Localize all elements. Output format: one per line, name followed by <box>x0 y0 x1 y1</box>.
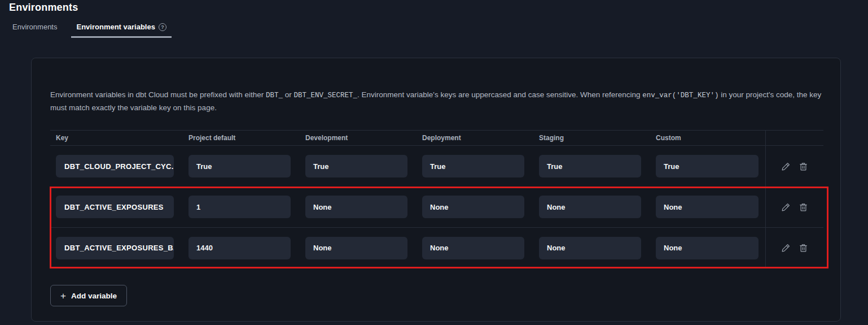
add-variable-button[interactable]: + Add variable <box>50 285 127 306</box>
env-var-value-project-default: 1 <box>188 196 291 218</box>
column-header-development: Development <box>305 134 422 142</box>
env-var-value-deployment: True <box>422 155 524 177</box>
table-row: DBT_CLOUD_PROJECT_CYC... True True True … <box>50 146 823 187</box>
edit-icon[interactable] <box>781 161 791 171</box>
edit-icon[interactable] <box>781 202 791 212</box>
description-text: Environment variables in dbt Cloud must … <box>50 89 822 114</box>
table-row: DBT_ACTIVE_EXPOSURES_B... 1440 None None… <box>50 227 823 268</box>
table-row: DBT_ACTIVE_EXPOSURES 1 None None None No… <box>50 187 823 227</box>
env-var-key: DBT_ACTIVE_EXPOSURES_B... <box>56 237 174 259</box>
description-part: Environment variables in dbt Cloud must … <box>50 90 266 99</box>
highlighted-rows-group: DBT_ACTIVE_EXPOSURES 1 None None None No… <box>50 187 823 268</box>
column-header-custom: Custom <box>656 134 765 142</box>
env-var-value-development: None <box>305 237 407 259</box>
inline-code-dbt-env-secret-prefix: DBT_ENV_SECRET_ <box>293 92 357 99</box>
env-var-value-deployment: None <box>422 196 524 218</box>
tab-environments-label: Environments <box>12 23 57 31</box>
edit-icon[interactable] <box>781 243 791 253</box>
environment-variables-card: Environment variables in dbt Cloud must … <box>31 58 841 322</box>
page-header: Environments <box>0 0 868 14</box>
env-var-value-custom: None <box>656 237 759 259</box>
delete-icon[interactable] <box>799 243 809 253</box>
env-var-value-deployment: None <box>422 237 524 259</box>
env-var-value-staging: True <box>539 155 641 177</box>
inline-code-dbt-prefix: DBT_ <box>266 92 283 99</box>
add-variable-label: Add variable <box>71 292 117 300</box>
env-var-value-staging: None <box>539 196 641 218</box>
tab-environment-variables-label: Environment variables <box>76 23 155 31</box>
env-var-value-custom: None <box>656 196 759 218</box>
column-header-key: Key <box>56 134 188 142</box>
page-title: Environments <box>9 2 859 14</box>
env-var-value-staging: None <box>539 237 641 259</box>
delete-icon[interactable] <box>799 202 809 212</box>
tab-environment-variables[interactable]: Environment variables ? <box>71 23 171 38</box>
env-var-value-development: None <box>305 196 407 218</box>
environment-variables-table: Key Project default Development Deployme… <box>50 130 823 268</box>
env-var-value-project-default: 1440 <box>188 237 291 259</box>
table-header-row: Key Project default Development Deployme… <box>50 130 823 146</box>
column-header-project-default: Project default <box>188 134 305 142</box>
help-icon[interactable]: ? <box>159 23 166 31</box>
column-header-deployment: Deployment <box>422 134 539 142</box>
env-var-key: DBT_CLOUD_PROJECT_CYC... <box>56 155 174 177</box>
tab-bar: Environments Environment variables ? <box>0 23 868 38</box>
env-var-key: DBT_ACTIVE_EXPOSURES <box>56 196 174 218</box>
column-header-staging: Staging <box>539 134 656 142</box>
tab-environments[interactable]: Environments <box>7 23 62 38</box>
description-part: or <box>283 90 294 99</box>
column-header-actions <box>765 131 823 145</box>
description-part: . Environment variable's keys are upperc… <box>357 90 642 99</box>
env-var-value-project-default: True <box>188 155 291 177</box>
inline-code-env-var: env_var('DBT_KEY') <box>642 92 718 99</box>
env-var-value-development: True <box>305 155 407 177</box>
env-var-value-custom: True <box>656 155 759 177</box>
delete-icon[interactable] <box>799 161 809 171</box>
plus-icon: + <box>60 291 66 301</box>
